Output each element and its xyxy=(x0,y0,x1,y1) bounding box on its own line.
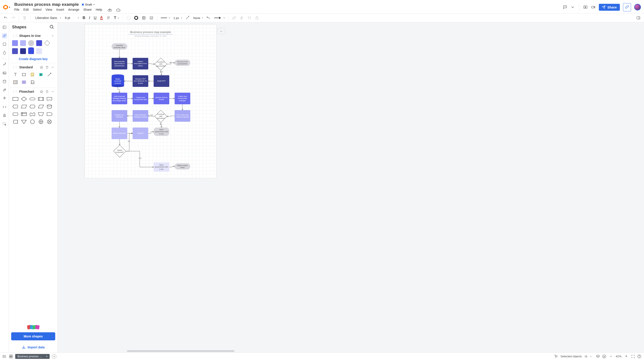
flow-node[interactable]: Continue with interview? xyxy=(154,110,167,123)
zoom-out-button[interactable]: − xyxy=(608,354,614,359)
fc-internal[interactable] xyxy=(20,111,27,117)
menu-select[interactable]: Select xyxy=(33,8,42,12)
document-title[interactable]: Business process map example xyxy=(14,2,79,7)
fc-card[interactable] xyxy=(12,111,19,117)
flow-node[interactable]: Receive RFP and distribute for review xyxy=(132,75,148,87)
flow-node[interactable]: Hold interview strategy meeting xyxy=(132,110,148,122)
rail-shapes-icon[interactable] xyxy=(2,33,7,38)
search-icon[interactable] xyxy=(50,24,54,29)
line-style-button[interactable]: ▾ xyxy=(160,16,171,20)
align-button[interactable] xyxy=(105,15,112,21)
star-icon[interactable] xyxy=(40,90,43,93)
present-icon[interactable] xyxy=(583,5,588,9)
flow-node[interactable]: Continue with opportunity? xyxy=(154,58,167,70)
shape-note[interactable] xyxy=(29,72,36,77)
import-data-link[interactable]: Import data xyxy=(9,342,58,353)
rail-code-icon[interactable] xyxy=(2,104,7,110)
fc-delay[interactable] xyxy=(46,111,53,117)
undo-button[interactable] xyxy=(2,15,9,21)
line-start-button[interactable] xyxy=(205,15,212,21)
redo-button[interactable] xyxy=(10,15,16,21)
fc-db[interactable] xyxy=(46,104,53,109)
diagram-title[interactable]: Business process map example xyxy=(128,31,173,35)
logo-caret-icon[interactable]: ▾ xyxy=(9,6,10,9)
fc-process[interactable] xyxy=(12,96,19,102)
swatch[interactable] xyxy=(12,40,18,46)
shape-list[interactable] xyxy=(12,79,19,85)
zoom-level[interactable]: 42% xyxy=(616,355,622,358)
fc-display[interactable] xyxy=(12,104,19,109)
shape-options-button[interactable] xyxy=(148,15,155,21)
swatch[interactable] xyxy=(28,40,34,46)
flow-node[interactable]: Collect and incorporate data xyxy=(132,93,148,104)
fc-connector[interactable] xyxy=(29,119,36,125)
comment-icon[interactable] xyxy=(563,5,567,9)
flow-node[interactable]: Attend interview xyxy=(112,128,127,139)
rail-fill-icon[interactable] xyxy=(2,50,7,55)
layers-icon[interactable] xyxy=(596,355,600,359)
bold-button[interactable]: B xyxy=(81,15,86,21)
swatch[interactable] xyxy=(44,40,50,46)
star-icon[interactable] xyxy=(40,66,43,69)
shape-size-button[interactable] xyxy=(140,15,147,21)
lock-button[interactable] xyxy=(254,15,260,21)
trash-icon[interactable] xyxy=(46,66,49,69)
menu-edit[interactable]: Edit xyxy=(24,8,29,12)
dropdown-caret-icon[interactable] xyxy=(570,5,575,9)
fc-sum[interactable] xyxy=(46,119,53,125)
rail-ai-icon[interactable] xyxy=(2,62,7,67)
rail-image-icon[interactable] xyxy=(2,70,7,76)
outline-icon[interactable] xyxy=(3,355,7,359)
flow-node[interactable]: Begin proposal process xyxy=(112,76,124,86)
fc-tape[interactable] xyxy=(29,111,36,117)
swatch[interactable] xyxy=(36,40,42,46)
record-icon[interactable] xyxy=(591,5,596,9)
rail-data-icon[interactable] xyxy=(2,79,7,84)
line-end-button[interactable]: ▾ xyxy=(213,16,226,20)
add-page-button[interactable]: + xyxy=(52,354,56,359)
fc-io[interactable] xyxy=(38,104,44,109)
rail-containers-icon[interactable] xyxy=(2,41,7,47)
canvas[interactable]: Business process map example Amanda Athu… xyxy=(58,22,644,353)
link-tool-button[interactable] xyxy=(231,15,238,21)
fc-merge[interactable] xyxy=(20,119,27,125)
flow-node[interactable]: Add potential opportunity to spreadsheet xyxy=(112,58,127,69)
chevron-up-icon[interactable] xyxy=(51,90,54,93)
swatch[interactable] xyxy=(20,40,26,46)
rail-smart-icon[interactable] xyxy=(2,96,7,101)
status-chip[interactable]: Draft ▾ xyxy=(82,3,94,6)
binoculars-icon[interactable] xyxy=(108,8,112,12)
text-options-button[interactable]: T▸ xyxy=(113,15,120,21)
magnetize-button[interactable] xyxy=(246,15,253,21)
app-logo[interactable] xyxy=(3,5,8,9)
rail-select-icon[interactable] xyxy=(2,121,7,127)
fc-or[interactable] xyxy=(38,119,44,125)
fc-decision[interactable] xyxy=(20,96,27,102)
shape-code[interactable] xyxy=(29,79,36,85)
toggle-right-panel-button[interactable] xyxy=(635,15,642,21)
shape-action[interactable] xyxy=(38,72,44,77)
drag-handle-icon[interactable]: ⋮⋮ xyxy=(12,66,18,69)
flow-node[interactable]: Mark spreadsheet with a win xyxy=(154,162,169,172)
swatch[interactable] xyxy=(12,48,18,54)
format-painter-button[interactable] xyxy=(21,15,28,21)
fc-predef[interactable] xyxy=(38,96,44,102)
flow-node[interactable]: Remove from spreadsheet xyxy=(175,60,190,66)
fc-terminator[interactable] xyxy=(29,96,36,102)
drag-handle-icon[interactable]: ⋮⋮ xyxy=(12,34,18,37)
menu-arrange[interactable]: Arrange xyxy=(68,8,80,12)
fc-prep[interactable] xyxy=(29,104,36,109)
shape-line[interactable] xyxy=(46,72,53,77)
flow-node[interactable]: Begin project setup xyxy=(175,163,190,170)
create-key-link[interactable]: Create diagram key xyxy=(12,57,54,61)
horizontal-scrollbar[interactable] xyxy=(127,350,644,352)
flow-node[interactable]: Prepare for interview xyxy=(112,110,127,122)
font-size-select[interactable]: 8 pt▾ xyxy=(64,15,80,20)
swatch[interactable] xyxy=(20,48,26,54)
fc-document[interactable] xyxy=(46,96,53,102)
chevron-up-icon[interactable] xyxy=(51,34,54,37)
menu-help[interactable]: Help xyxy=(96,8,102,12)
flow-node[interactable]: Gather information from others xyxy=(132,58,148,69)
chevron-up-icon[interactable] xyxy=(51,66,54,69)
menu-insert[interactable]: Insert xyxy=(56,8,64,12)
